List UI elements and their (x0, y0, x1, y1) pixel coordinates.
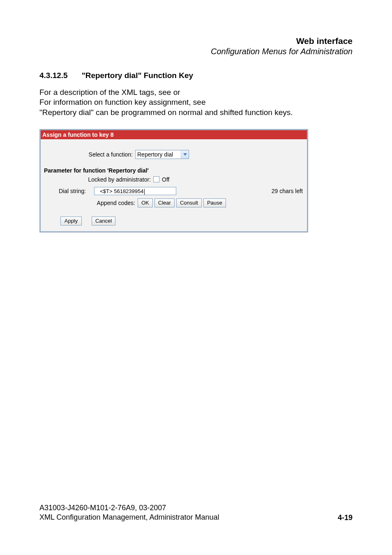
dial-string-input[interactable]: <$T> 5618239954 (94, 187, 176, 195)
select-function-label: Select a function: (44, 151, 135, 158)
header-subtitle: Configuration Menus for Administration (39, 47, 353, 56)
apply-button[interactable]: Apply (60, 216, 82, 226)
parameter-heading: Parameter for function 'Repertory dial' (44, 167, 304, 174)
footer-line-2: XML Configuration Management, Administra… (39, 513, 219, 522)
clear-button[interactable]: Clear (154, 198, 175, 207)
ok-button[interactable]: OK (138, 198, 153, 207)
append-codes-label: Append codes: (44, 200, 138, 206)
locked-value: Off (162, 176, 169, 183)
page-number: 4-19 (338, 514, 353, 522)
locked-checkbox[interactable] (153, 176, 159, 182)
section-number: 4.3.12.5 (39, 71, 68, 80)
dial-string-label: Dial string: (44, 188, 94, 194)
header-title: Web interface (39, 36, 353, 46)
page-header: Web interface Configuration Menus for Ad… (39, 36, 353, 56)
select-function-value: Repertory dial (136, 150, 181, 159)
intro-line-1: For a description of the XML tags, see o… (39, 88, 353, 97)
chars-left-label: 29 chars left (267, 188, 304, 194)
assign-function-panel: Assign a function to key 8 Select a func… (39, 129, 308, 233)
panel-title: Assign a function to key 8 (41, 130, 307, 139)
intro-text: For a description of the XML tags, see o… (39, 88, 353, 117)
cancel-button[interactable]: Cancel (92, 216, 115, 226)
locked-label: Locked by administrator: (44, 176, 153, 183)
page-footer: A31003-J4260-M101-2-76A9, 03-2007 XML Co… (39, 503, 353, 522)
section-heading: 4.3.12.5"Repertory dial" Function Key (39, 71, 353, 80)
pause-button[interactable]: Pause (203, 198, 226, 207)
footer-line-1: A31003-J4260-M101-2-76A9, 03-2007 (39, 503, 219, 513)
chevron-down-icon (181, 150, 189, 159)
section-title: "Repertory dial" Function Key (82, 71, 193, 80)
intro-line-3: "Repertory dial" can be programmed on no… (39, 108, 353, 117)
intro-line-2: For information on function key assignme… (39, 97, 353, 107)
select-function-dropdown[interactable]: Repertory dial (135, 150, 189, 159)
consult-button[interactable]: Consult (176, 198, 202, 207)
